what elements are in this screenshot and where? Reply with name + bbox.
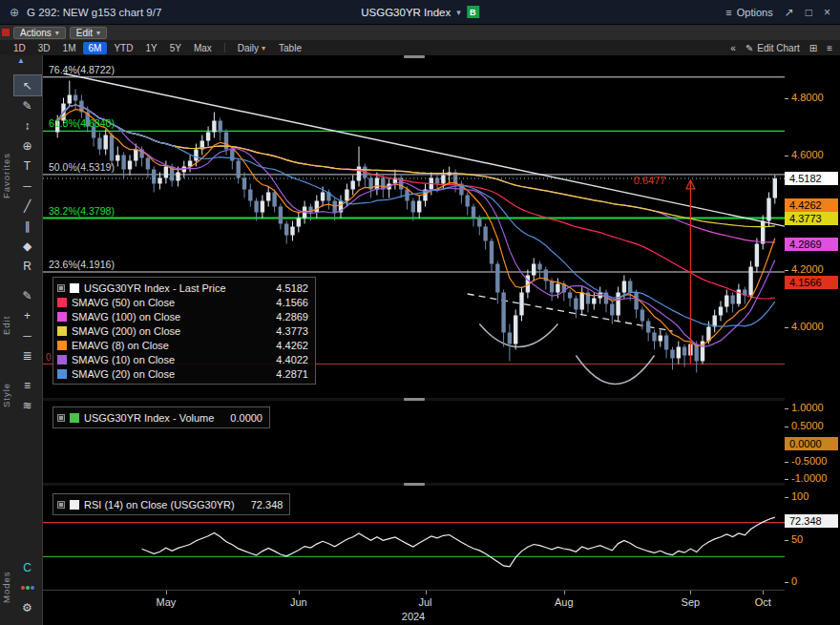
edit-label: Edit (76, 28, 93, 38)
edit-menu[interactable]: Edit ▾ (70, 27, 107, 39)
price-axis: 4.80004.60004.20004.00004.51824.42624.37… (785, 55, 840, 625)
security-name: USGG30YR Index (361, 7, 451, 18)
drag-icon[interactable]: ⊕ (10, 6, 19, 19)
legend-label: SMAVG (100) on Close (72, 311, 180, 323)
table-button[interactable]: Table (273, 42, 307, 54)
period-1y[interactable]: 1Y (139, 42, 162, 54)
rsi-panel: RSI (14) on Close (USGG30YR)72.348 (43, 486, 785, 590)
measure-tool[interactable]: ↕ (14, 115, 41, 135)
style-lines-tool[interactable]: ≡ (14, 375, 41, 395)
alert-indicator (2, 29, 10, 36)
security-selector[interactable]: USGG30YR Index ▾ B (361, 0, 479, 24)
palette-dot-icon (31, 586, 34, 590)
regression-tool[interactable]: R (14, 256, 41, 276)
sidebar-section-edit: Edit (0, 285, 12, 365)
legend-value: 4.3773 (264, 325, 308, 337)
edit-pencil-tool[interactable]: ✎ (14, 285, 41, 305)
legend-value: 4.2871 (264, 368, 308, 380)
legend-row[interactable]: SMAVG (100) on Close4.2869 (57, 309, 308, 323)
legend-row[interactable]: USGG30YR Index - Last Price4.5182 (57, 281, 308, 295)
palette-dot-icon (26, 586, 30, 590)
legend-collapse-icon[interactable] (57, 501, 65, 509)
chevron-down-icon: ▾ (96, 29, 100, 37)
title-bar: ⊕ G 292: NEW g153 chart 9/7 USGG30YR Ind… (0, 0, 840, 25)
legend-label: SMAVG (20) on Close (72, 368, 175, 380)
legend-collapse-icon[interactable] (57, 414, 65, 422)
chart-menu-icon[interactable]: ≡ (827, 43, 832, 53)
zoom-tool[interactable]: ⊕ (14, 135, 41, 156)
axis-label: 4.2000 (791, 263, 824, 275)
svg-text:50.0%(4.5319): 50.0%(4.5319) (49, 161, 115, 173)
legend-collapse-icon[interactable] (57, 284, 65, 292)
legend-swatch (57, 326, 67, 336)
settings-gear-tool[interactable]: ⚙ (14, 597, 41, 617)
axis-badge: 4.3773 (785, 212, 838, 225)
period-3d[interactable]: 3D (32, 42, 56, 54)
x-tick (690, 591, 691, 594)
cursor-tool-icon: ↖ (22, 79, 32, 93)
zoom-tool-icon: ⊕ (22, 139, 32, 153)
legend-value: 4.4022 (264, 354, 308, 365)
text-annotation-tool[interactable]: T (14, 156, 41, 176)
palette-tool[interactable] (14, 577, 41, 597)
period-6m[interactable]: 6M (83, 42, 108, 54)
sidebar-scroll-up-icon[interactable]: ▲ (0, 55, 42, 66)
frequency-dropdown[interactable]: Daily ▾ (232, 42, 271, 54)
close-icon[interactable]: × (824, 6, 830, 19)
x-tick (763, 591, 764, 594)
trendline-tool-icon: ╱ (24, 199, 31, 213)
x-tick (299, 591, 300, 594)
legend-row[interactable]: SMAVG (200) on Close4.3773 (57, 323, 308, 338)
options-button[interactable]: ≡ Options (725, 7, 772, 18)
drawing-toolbar: ▲Favorites↖✎↕⊕T─╱∥◆REdit✎+─≣Style≡≋Modes… (0, 55, 43, 625)
axis-label: 4.8000 (791, 92, 824, 103)
legend-swatch (57, 355, 67, 365)
draw-pencil-tool[interactable]: ✎ (14, 95, 41, 115)
channel-tool[interactable]: ∥ (14, 216, 41, 236)
trendline-tool[interactable]: ╱ (14, 196, 41, 216)
compare-mode-tool[interactable]: C (14, 557, 41, 577)
ray-line-tool[interactable]: ─ (14, 325, 41, 345)
period-1d[interactable]: 1D (8, 42, 32, 54)
axis-tick (785, 582, 788, 583)
legend-label: SMAVG (50) on Close (72, 297, 175, 308)
popout-icon[interactable]: ↗ (785, 6, 794, 19)
bloomberg-chart-window: ⊕ G 292: NEW g153 chart 9/7 USGG30YR Ind… (0, 0, 840, 625)
axis-label: 100 (791, 490, 808, 502)
chart-grid-icon[interactable]: ⊞ (809, 43, 817, 53)
axis-label: 50 (791, 533, 803, 545)
news-list-tool[interactable]: ≣ (14, 345, 41, 365)
eraser-tool[interactable]: ◆ (14, 236, 41, 256)
legend-row[interactable]: SMAVG (50) on Close4.1566 (57, 295, 308, 309)
legend-swatch (70, 500, 79, 510)
legend-swatch (57, 312, 67, 322)
legend-row[interactable]: EMAVG (8) on Close4.4262 (57, 338, 308, 352)
period-5y[interactable]: 5Y (164, 42, 187, 54)
legend-swatch (57, 341, 67, 350)
legend-row[interactable]: USGG30YR Index - Volume0.0000 (57, 410, 262, 425)
period-ytd[interactable]: YTD (108, 42, 138, 54)
horizontal-line-tool[interactable]: ─ (14, 176, 41, 196)
legend-row[interactable]: SMAVG (20) on Close4.2871 (57, 366, 308, 381)
sidebar-section-favorites: Favorites (0, 75, 12, 276)
price-chart-panel: 00.647776.4%(4.8722)61.8%(4.6840)50.0%(4… (43, 55, 785, 398)
chart-column: 00.647776.4%(4.8722)61.8%(4.6840)50.0%(4… (43, 55, 785, 625)
period-1m[interactable]: 1M (57, 42, 82, 54)
panel-resize-handle[interactable] (404, 55, 425, 58)
cursor-tool[interactable]: ↖ (14, 75, 41, 95)
actions-menu[interactable]: Actions ▾ (13, 27, 66, 39)
axis-label: 0.5000 (791, 420, 824, 431)
horizontal-line-tool-icon: ─ (23, 179, 32, 193)
compare-mode-tool-icon: C (23, 561, 32, 574)
legend-row[interactable]: RSI (14) on Close (USGG30YR)72.348 (57, 497, 283, 511)
edit-chart-button[interactable]: ✎ Edit Chart (746, 43, 800, 53)
period-max[interactable]: Max (188, 42, 218, 54)
legend-value: 72.348 (240, 499, 284, 510)
legend-row[interactable]: SMAVG (10) on Close4.4022 (57, 352, 308, 366)
legend-label: USGG30YR Index - Last Price (84, 282, 226, 294)
style-waves-tool[interactable]: ≋ (14, 395, 41, 415)
collapse-panel-icon[interactable]: « (730, 43, 736, 53)
move-tool[interactable]: + (14, 305, 41, 325)
maximize-icon[interactable]: □ (806, 6, 812, 19)
year-label: 2024 (402, 611, 425, 622)
